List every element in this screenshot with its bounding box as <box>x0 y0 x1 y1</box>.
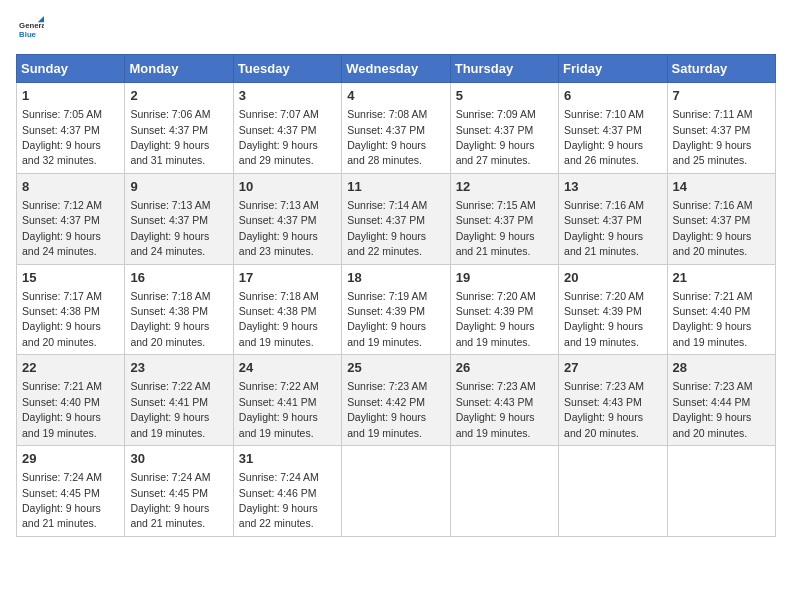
day-number: 21 <box>673 269 770 287</box>
day-detail: Sunrise: 7:23 AMSunset: 4:42 PMDaylight:… <box>347 380 427 438</box>
day-detail: Sunrise: 7:24 AMSunset: 4:45 PMDaylight:… <box>22 471 102 529</box>
day-detail: Sunrise: 7:24 AMSunset: 4:46 PMDaylight:… <box>239 471 319 529</box>
day-detail: Sunrise: 7:20 AMSunset: 4:39 PMDaylight:… <box>564 290 644 348</box>
day-detail: Sunrise: 7:08 AMSunset: 4:37 PMDaylight:… <box>347 108 427 166</box>
calendar-cell: 26 Sunrise: 7:23 AMSunset: 4:43 PMDaylig… <box>450 355 558 446</box>
day-number: 26 <box>456 359 553 377</box>
day-detail: Sunrise: 7:21 AMSunset: 4:40 PMDaylight:… <box>673 290 753 348</box>
day-number: 16 <box>130 269 227 287</box>
day-number: 4 <box>347 87 444 105</box>
day-header-monday: Monday <box>125 55 233 83</box>
calendar-cell: 18 Sunrise: 7:19 AMSunset: 4:39 PMDaylig… <box>342 264 450 355</box>
day-detail: Sunrise: 7:22 AMSunset: 4:41 PMDaylight:… <box>130 380 210 438</box>
calendar-cell: 28 Sunrise: 7:23 AMSunset: 4:44 PMDaylig… <box>667 355 775 446</box>
day-number: 17 <box>239 269 336 287</box>
day-number: 29 <box>22 450 119 468</box>
calendar-cell: 14 Sunrise: 7:16 AMSunset: 4:37 PMDaylig… <box>667 173 775 264</box>
page-header: General Blue <box>16 16 776 44</box>
calendar-cell: 8 Sunrise: 7:12 AMSunset: 4:37 PMDayligh… <box>17 173 125 264</box>
svg-text:Blue: Blue <box>19 30 37 39</box>
logo-icon: General Blue <box>16 16 44 44</box>
day-number: 30 <box>130 450 227 468</box>
calendar-cell: 4 Sunrise: 7:08 AMSunset: 4:37 PMDayligh… <box>342 83 450 174</box>
calendar-cell: 5 Sunrise: 7:09 AMSunset: 4:37 PMDayligh… <box>450 83 558 174</box>
day-number: 7 <box>673 87 770 105</box>
calendar-week-row: 15 Sunrise: 7:17 AMSunset: 4:38 PMDaylig… <box>17 264 776 355</box>
calendar-cell: 1 Sunrise: 7:05 AMSunset: 4:37 PMDayligh… <box>17 83 125 174</box>
day-number: 13 <box>564 178 661 196</box>
calendar-cell: 31 Sunrise: 7:24 AMSunset: 4:46 PMDaylig… <box>233 446 341 537</box>
day-detail: Sunrise: 7:09 AMSunset: 4:37 PMDaylight:… <box>456 108 536 166</box>
calendar-cell: 22 Sunrise: 7:21 AMSunset: 4:40 PMDaylig… <box>17 355 125 446</box>
day-detail: Sunrise: 7:17 AMSunset: 4:38 PMDaylight:… <box>22 290 102 348</box>
day-header-sunday: Sunday <box>17 55 125 83</box>
day-number: 27 <box>564 359 661 377</box>
day-detail: Sunrise: 7:20 AMSunset: 4:39 PMDaylight:… <box>456 290 536 348</box>
day-number: 22 <box>22 359 119 377</box>
day-number: 31 <box>239 450 336 468</box>
day-detail: Sunrise: 7:07 AMSunset: 4:37 PMDaylight:… <box>239 108 319 166</box>
calendar-header-row: SundayMondayTuesdayWednesdayThursdayFrid… <box>17 55 776 83</box>
calendar-cell <box>450 446 558 537</box>
day-number: 24 <box>239 359 336 377</box>
calendar-cell: 9 Sunrise: 7:13 AMSunset: 4:37 PMDayligh… <box>125 173 233 264</box>
day-detail: Sunrise: 7:14 AMSunset: 4:37 PMDaylight:… <box>347 199 427 257</box>
calendar-cell <box>559 446 667 537</box>
day-detail: Sunrise: 7:12 AMSunset: 4:37 PMDaylight:… <box>22 199 102 257</box>
calendar-cell: 16 Sunrise: 7:18 AMSunset: 4:38 PMDaylig… <box>125 264 233 355</box>
calendar-cell: 13 Sunrise: 7:16 AMSunset: 4:37 PMDaylig… <box>559 173 667 264</box>
calendar-cell: 21 Sunrise: 7:21 AMSunset: 4:40 PMDaylig… <box>667 264 775 355</box>
day-detail: Sunrise: 7:13 AMSunset: 4:37 PMDaylight:… <box>130 199 210 257</box>
calendar-cell: 12 Sunrise: 7:15 AMSunset: 4:37 PMDaylig… <box>450 173 558 264</box>
calendar-cell: 10 Sunrise: 7:13 AMSunset: 4:37 PMDaylig… <box>233 173 341 264</box>
calendar-body: 1 Sunrise: 7:05 AMSunset: 4:37 PMDayligh… <box>17 83 776 537</box>
svg-text:General: General <box>19 21 44 30</box>
day-number: 6 <box>564 87 661 105</box>
day-detail: Sunrise: 7:05 AMSunset: 4:37 PMDaylight:… <box>22 108 102 166</box>
day-number: 14 <box>673 178 770 196</box>
calendar-cell: 15 Sunrise: 7:17 AMSunset: 4:38 PMDaylig… <box>17 264 125 355</box>
day-number: 10 <box>239 178 336 196</box>
calendar-week-row: 8 Sunrise: 7:12 AMSunset: 4:37 PMDayligh… <box>17 173 776 264</box>
day-number: 11 <box>347 178 444 196</box>
day-header-tuesday: Tuesday <box>233 55 341 83</box>
calendar-cell: 2 Sunrise: 7:06 AMSunset: 4:37 PMDayligh… <box>125 83 233 174</box>
day-number: 1 <box>22 87 119 105</box>
day-detail: Sunrise: 7:13 AMSunset: 4:37 PMDaylight:… <box>239 199 319 257</box>
calendar-cell: 17 Sunrise: 7:18 AMSunset: 4:38 PMDaylig… <box>233 264 341 355</box>
calendar-cell: 20 Sunrise: 7:20 AMSunset: 4:39 PMDaylig… <box>559 264 667 355</box>
day-number: 3 <box>239 87 336 105</box>
day-detail: Sunrise: 7:21 AMSunset: 4:40 PMDaylight:… <box>22 380 102 438</box>
day-detail: Sunrise: 7:16 AMSunset: 4:37 PMDaylight:… <box>673 199 753 257</box>
day-detail: Sunrise: 7:10 AMSunset: 4:37 PMDaylight:… <box>564 108 644 166</box>
day-detail: Sunrise: 7:23 AMSunset: 4:44 PMDaylight:… <box>673 380 753 438</box>
day-number: 28 <box>673 359 770 377</box>
day-detail: Sunrise: 7:06 AMSunset: 4:37 PMDaylight:… <box>130 108 210 166</box>
day-header-saturday: Saturday <box>667 55 775 83</box>
calendar-cell: 23 Sunrise: 7:22 AMSunset: 4:41 PMDaylig… <box>125 355 233 446</box>
calendar-week-row: 22 Sunrise: 7:21 AMSunset: 4:40 PMDaylig… <box>17 355 776 446</box>
calendar-cell: 30 Sunrise: 7:24 AMSunset: 4:45 PMDaylig… <box>125 446 233 537</box>
calendar-week-row: 1 Sunrise: 7:05 AMSunset: 4:37 PMDayligh… <box>17 83 776 174</box>
day-detail: Sunrise: 7:19 AMSunset: 4:39 PMDaylight:… <box>347 290 427 348</box>
day-number: 15 <box>22 269 119 287</box>
day-header-friday: Friday <box>559 55 667 83</box>
calendar-cell: 25 Sunrise: 7:23 AMSunset: 4:42 PMDaylig… <box>342 355 450 446</box>
day-header-thursday: Thursday <box>450 55 558 83</box>
day-detail: Sunrise: 7:11 AMSunset: 4:37 PMDaylight:… <box>673 108 753 166</box>
day-detail: Sunrise: 7:23 AMSunset: 4:43 PMDaylight:… <box>456 380 536 438</box>
calendar-cell: 6 Sunrise: 7:10 AMSunset: 4:37 PMDayligh… <box>559 83 667 174</box>
day-number: 18 <box>347 269 444 287</box>
day-detail: Sunrise: 7:22 AMSunset: 4:41 PMDaylight:… <box>239 380 319 438</box>
day-number: 23 <box>130 359 227 377</box>
day-number: 19 <box>456 269 553 287</box>
calendar-cell: 19 Sunrise: 7:20 AMSunset: 4:39 PMDaylig… <box>450 264 558 355</box>
calendar-cell: 29 Sunrise: 7:24 AMSunset: 4:45 PMDaylig… <box>17 446 125 537</box>
day-number: 20 <box>564 269 661 287</box>
calendar-cell: 11 Sunrise: 7:14 AMSunset: 4:37 PMDaylig… <box>342 173 450 264</box>
calendar-cell: 24 Sunrise: 7:22 AMSunset: 4:41 PMDaylig… <box>233 355 341 446</box>
day-number: 25 <box>347 359 444 377</box>
calendar-cell <box>342 446 450 537</box>
day-number: 8 <box>22 178 119 196</box>
day-number: 2 <box>130 87 227 105</box>
